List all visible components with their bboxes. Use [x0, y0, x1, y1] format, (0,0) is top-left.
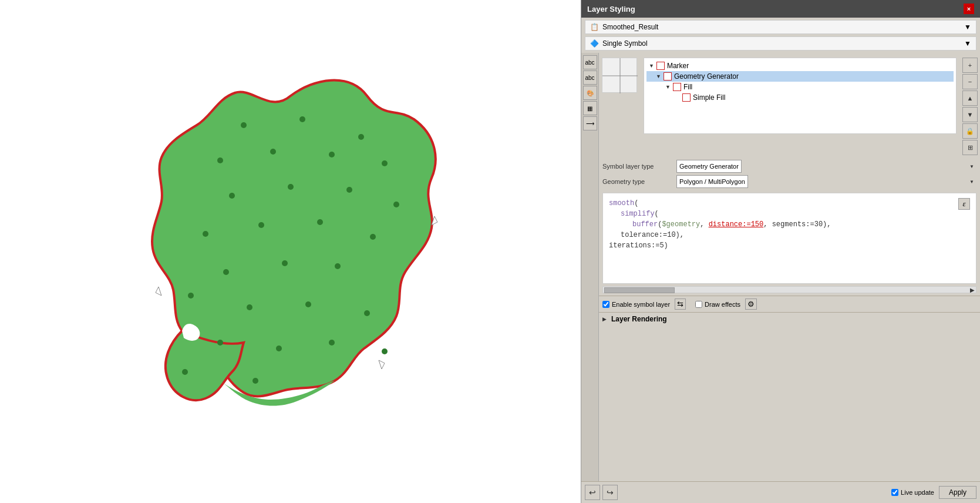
map-area	[0, 0, 581, 503]
symbol-preview	[602, 58, 637, 93]
enable-symbol-layer-checkbox[interactable]	[602, 301, 609, 308]
layer-name-row: 📋 Smoothed_Result ▼	[585, 20, 976, 34]
layer-styling-panel: Layer Styling × 📋 Smoothed_Result ▼ 🔷 Si…	[581, 0, 980, 503]
layer-rendering-row[interactable]: ▶ Layer Rendering	[599, 312, 980, 326]
enable-symbol-layer-text: Enable symbol layer	[612, 301, 670, 308]
dot	[393, 202, 399, 207]
dot	[288, 184, 294, 190]
symbol-dropdown-arrow[interactable]: ▼	[964, 39, 971, 48]
undo-button[interactable]: ↩	[585, 485, 600, 500]
code-line-2: simplify(	[609, 209, 970, 219]
layer-dropdown-arrow[interactable]: ▼	[964, 23, 971, 31]
dot	[346, 187, 352, 193]
tree-item-fill[interactable]: ▼ Fill	[646, 82, 954, 92]
properties-area: Symbol layer type Geometry Generator Geo…	[599, 160, 980, 193]
map-canvas	[114, 61, 467, 442]
abc-icon-1[interactable]: abc	[583, 55, 597, 69]
dot	[223, 269, 229, 275]
dot	[382, 160, 388, 166]
dot	[299, 116, 305, 122]
geogen-color-box	[664, 72, 672, 81]
code-editor[interactable]: ε smooth( simplify( buffer($geometry, di…	[602, 193, 976, 284]
sync-icon[interactable]: ⇆	[675, 299, 686, 310]
add-layer-btn[interactable]: +	[962, 58, 978, 73]
fill-color-box	[673, 83, 681, 91]
expand-arrow-marker: ▼	[649, 63, 654, 69]
tree-buttons: + − ▲ ▼ 🔒 ⊞	[960, 55, 980, 157]
tree-item-marker[interactable]: ▼ Marker	[646, 61, 954, 71]
move-up-btn[interactable]: ▲	[962, 90, 978, 106]
simple-fill-color-box	[682, 93, 691, 102]
blob-svg	[114, 61, 467, 442]
dot	[335, 263, 341, 269]
symbol-tree[interactable]: ▼ Marker ▼ Geometry Generator ▼	[644, 58, 957, 134]
enable-symbol-layer-checkbox-label[interactable]: Enable symbol layer	[602, 301, 670, 308]
code-line-1: smooth(	[609, 198, 970, 209]
symbol-type: Single Symbol	[602, 39, 648, 48]
side-toolbar: abc abc 🎨 ▦ ⟶	[581, 53, 599, 481]
dot	[247, 304, 252, 310]
live-update-checkbox-label[interactable]: Live update	[891, 489, 934, 496]
dot	[364, 310, 370, 316]
geometry-type-select[interactable]: Polygon / MultiPolygon	[676, 175, 748, 188]
panel-title: Layer Styling	[587, 5, 635, 14]
symbol-layer-type-row: Symbol layer type Geometry Generator	[602, 160, 976, 173]
lock-btn[interactable]: 🔒	[962, 123, 978, 139]
dot	[358, 134, 364, 140]
layer-name: Smoothed_Result	[602, 23, 658, 31]
marker-color-box	[656, 62, 665, 70]
draw-effects-settings-icon[interactable]: ⚙	[745, 299, 757, 310]
main-edit-area: abc abc 🎨 ▦ ⟶	[581, 53, 980, 481]
epsilon-button[interactable]: ε	[958, 198, 970, 210]
dot	[370, 234, 376, 240]
symbol-layer-type-select[interactable]: Geometry Generator	[676, 160, 742, 173]
grid-icon[interactable]: ▦	[583, 101, 597, 115]
dot	[329, 152, 335, 157]
dot	[317, 219, 323, 225]
dot	[217, 157, 223, 163]
dot	[282, 260, 288, 266]
code-scrollbar[interactable]: ▶	[602, 286, 976, 293]
dot	[305, 301, 311, 307]
code-scrollbar-thumb[interactable]	[604, 287, 675, 293]
remove-layer-btn[interactable]: −	[962, 74, 978, 89]
draw-effects-text: Draw effects	[705, 301, 740, 308]
live-update-text: Live update	[901, 489, 934, 496]
close-button[interactable]: ×	[964, 4, 974, 14]
apply-button[interactable]: Apply	[939, 486, 976, 499]
dot	[252, 378, 258, 384]
dot	[276, 346, 282, 351]
panel-titlebar: Layer Styling ×	[581, 0, 980, 18]
symbol-row: 🔷 Single Symbol ▼	[585, 36, 976, 51]
symbol-layer-type-wrapper: Geometry Generator	[676, 160, 976, 173]
dot	[203, 231, 208, 237]
dot	[188, 293, 194, 299]
tree-item-simple-fill[interactable]: Simple Fill	[646, 92, 954, 103]
dot	[229, 193, 235, 199]
scroll-right-arrow[interactable]: ▶	[970, 287, 975, 293]
symbol-tree-area: ▼ Marker ▼ Geometry Generator ▼	[599, 53, 980, 481]
geometry-type-row: Geometry type Polygon / MultiPolygon	[602, 175, 976, 188]
draw-effects-checkbox-label[interactable]: Draw effects	[695, 301, 740, 308]
edge-marker	[379, 360, 385, 369]
edge-marker	[156, 287, 161, 296]
panel-content: 📋 Smoothed_Result ▼ 🔷 Single Symbol ▼ ab…	[581, 18, 980, 503]
color-icon[interactable]: 🎨	[583, 86, 597, 100]
live-update-checkbox[interactable]	[891, 489, 898, 496]
tree-item-geometry-generator[interactable]: ▼ Geometry Generator	[646, 71, 954, 82]
move-down-btn[interactable]: ▼	[962, 107, 978, 122]
footer-left: ↩ ↪	[585, 485, 618, 500]
arrow-icon[interactable]: ⟶	[583, 116, 597, 130]
redo-button[interactable]: ↪	[602, 485, 618, 500]
abc-icon-2[interactable]: abc	[583, 71, 597, 85]
expand-arrow-geogen: ▼	[656, 73, 661, 79]
dot	[329, 340, 335, 346]
dot	[258, 222, 264, 228]
dot	[182, 369, 188, 375]
duplicate-btn[interactable]: ⊞	[962, 140, 978, 155]
draw-effects-checkbox[interactable]	[695, 301, 702, 308]
dot	[217, 340, 223, 346]
geometry-type-label: Geometry type	[602, 178, 673, 185]
code-line-4: tolerance:=10),	[609, 230, 970, 240]
simple-fill-label: Simple Fill	[693, 93, 725, 102]
